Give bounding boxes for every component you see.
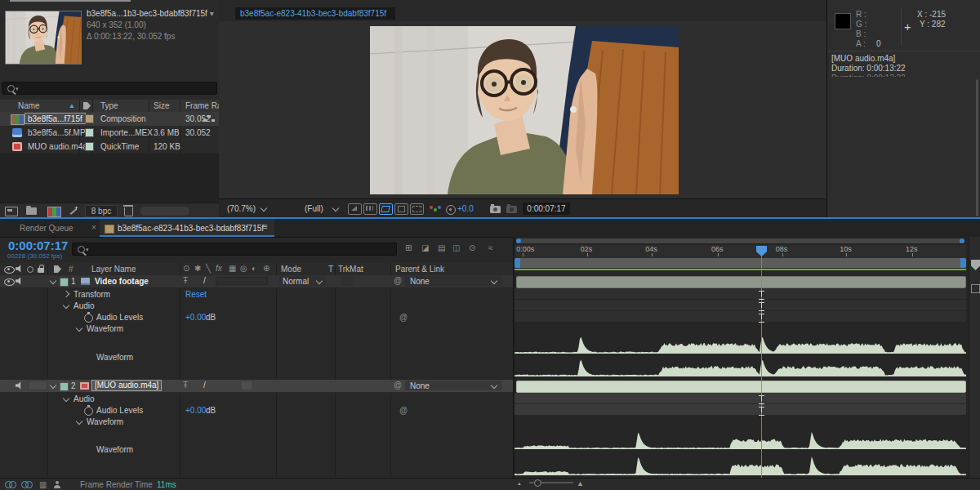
column-trkmat[interactable]: TrkMat xyxy=(338,265,363,274)
layer2-duration-bar[interactable] xyxy=(516,381,966,393)
column-t[interactable]: T xyxy=(328,265,333,274)
audio-levels-label[interactable]: Audio Levels xyxy=(96,313,143,322)
footage-thumbnail[interactable] xyxy=(5,11,82,65)
audio-group-label[interactable]: Audio xyxy=(74,394,95,403)
graph-editor-icon[interactable]: ≈ xyxy=(488,243,493,252)
frame-blending-icon[interactable]: ◫ xyxy=(452,243,460,252)
region-of-interest-button[interactable] xyxy=(379,203,393,215)
comp-button-icon[interactable] xyxy=(971,284,980,293)
expander-transform-icon[interactable] xyxy=(63,291,69,297)
guides-button[interactable] xyxy=(410,203,424,215)
av-features-icon[interactable]: Ŧ xyxy=(183,381,188,390)
zoom-in-mountain-icon[interactable]: ▲ xyxy=(577,479,584,488)
table-row-audio[interactable]: MUO audio.m4a QuickTime 120 KB xyxy=(0,140,219,154)
tab-render-queue[interactable]: Render Queue xyxy=(20,224,74,233)
project-search-input[interactable]: ▾ xyxy=(2,82,217,95)
stopwatch-icon[interactable] xyxy=(84,314,93,323)
layer1-duration-bar[interactable] xyxy=(516,276,966,288)
layer-row-1[interactable]: 1 Video footage Ŧ / Normal @ None xyxy=(0,275,513,288)
viewer-timecode[interactable]: 0:00:07:17 xyxy=(523,203,570,215)
trash-icon[interactable] xyxy=(124,207,133,216)
layer-name[interactable]: Video footage xyxy=(95,277,149,286)
column-type[interactable]: Type xyxy=(100,101,118,110)
column-number[interactable]: # xyxy=(69,265,74,274)
work-area-end-handle[interactable] xyxy=(960,258,966,268)
layer-row-2[interactable]: 2 [MUO audio.m4a] Ŧ / @ None xyxy=(0,380,513,393)
collapse-switch-icon[interactable]: ✱ xyxy=(194,264,201,273)
column-name[interactable]: Name xyxy=(18,101,40,110)
viewer-canvas[interactable] xyxy=(219,21,826,198)
timeline-zoom-handle[interactable] xyxy=(534,479,541,487)
layer-color-chip[interactable] xyxy=(60,382,69,391)
speaker-icon[interactable] xyxy=(16,277,24,285)
new-composition-icon[interactable] xyxy=(47,207,61,217)
motion-blur-icon[interactable]: ⊙ xyxy=(469,243,475,252)
new-folder-icon[interactable] xyxy=(26,207,37,215)
label-chip[interactable] xyxy=(85,128,94,137)
panel-menu-icon[interactable]: ≡ xyxy=(263,222,268,231)
adjustment-switch-icon[interactable]: ◐ xyxy=(252,264,256,273)
current-timecode[interactable]: 0:00:07:17 xyxy=(8,238,68,252)
column-parent-link[interactable]: Parent & Link xyxy=(395,265,444,274)
pickwhip-icon[interactable]: @ xyxy=(394,381,402,390)
snapshot-icon[interactable] xyxy=(490,206,501,213)
work-area-start-handle[interactable] xyxy=(514,258,520,268)
selected-item-title[interactable]: b3e8f5a...1b3-bec3-bdabf83f715f ▾ xyxy=(87,9,214,18)
item-name-selected[interactable]: b3e8f5a...f715f xyxy=(24,113,86,124)
label-chip[interactable] xyxy=(85,114,94,123)
exposure-value[interactable]: +0.0 xyxy=(457,204,474,213)
audio-group-label[interactable]: Audio xyxy=(74,301,95,310)
project-list-empty-area[interactable] xyxy=(0,154,219,203)
shy-switch-icon[interactable]: ⊙ xyxy=(183,264,189,273)
expand-collapse-icon[interactable] xyxy=(50,382,56,389)
hscrollbar-thumb[interactable] xyxy=(516,238,964,243)
channel-color-icon[interactable] xyxy=(430,206,433,209)
zoom-out-mountain-icon[interactable]: ▲ xyxy=(517,481,522,486)
collaboration-icon[interactable] xyxy=(54,485,60,488)
parent-dropdown[interactable]: None xyxy=(405,381,501,390)
eye-icon[interactable] xyxy=(4,266,15,274)
resolution-dropdown[interactable]: (Full) xyxy=(305,204,323,213)
expander-waveform-icon[interactable] xyxy=(76,325,82,332)
fx-icon[interactable]: fx xyxy=(216,264,222,273)
audio-levels-value[interactable]: +0.00 xyxy=(185,313,206,322)
pickwhip-icon[interactable]: @ xyxy=(394,276,402,285)
expand-collapse-icon[interactable] xyxy=(50,278,56,284)
motion-blur-switch-icon[interactable]: ◎ xyxy=(240,264,247,273)
fit-view-button[interactable] xyxy=(348,203,362,215)
interpret-footage-icon[interactable] xyxy=(5,207,18,216)
speaker-icon[interactable] xyxy=(16,381,24,390)
blend-mode-dropdown[interactable]: Normal xyxy=(279,276,325,286)
chevron-down-icon[interactable] xyxy=(332,205,339,212)
label-chip[interactable] xyxy=(85,142,94,151)
chevron-down-icon[interactable] xyxy=(261,205,267,212)
exposure-icon[interactable] xyxy=(446,205,456,215)
hide-shy-layers-icon[interactable]: ▤ xyxy=(438,243,445,252)
parent-dropdown[interactable]: None xyxy=(405,276,501,286)
expression-pickwhip-icon[interactable]: @ xyxy=(399,406,408,415)
hscrollbar-right-cap[interactable] xyxy=(960,238,964,243)
timeline-search-input[interactable]: ▾ xyxy=(72,243,397,256)
transparency-grid-button[interactable] xyxy=(363,203,377,215)
transform-group-label[interactable]: Transform xyxy=(74,290,110,299)
label-color-icon[interactable] xyxy=(54,265,61,273)
timeline-hscrollbar[interactable] xyxy=(514,238,966,244)
time-ruler[interactable]: 0:00s02s04s06s08s10s12s xyxy=(514,245,966,259)
audio-levels-label[interactable]: Audio Levels xyxy=(96,406,143,415)
threed-switch-icon[interactable]: ⊕ xyxy=(263,264,270,273)
stopwatch-icon[interactable] xyxy=(84,407,93,416)
transform-reset-button[interactable]: Reset xyxy=(185,290,207,299)
table-row-composition[interactable]: b3e8f5a...f715f Composition 30.052 xyxy=(0,112,219,126)
lock-icon[interactable] xyxy=(38,268,44,273)
quality-switch-icon[interactable]: ╲ xyxy=(206,264,211,273)
comp-marker-bin-icon[interactable] xyxy=(971,260,980,270)
sort-asc-icon[interactable]: ▲ xyxy=(69,102,75,109)
switch-cells[interactable] xyxy=(216,277,268,285)
composition-mini-flowchart-icon[interactable]: ⊞ xyxy=(405,243,412,252)
waveform-group-label[interactable]: Waveform xyxy=(87,417,123,426)
mask-visibility-button[interactable] xyxy=(394,203,408,215)
speaker-icon[interactable] xyxy=(16,265,24,273)
column-layer-name[interactable]: Layer Name xyxy=(91,265,136,274)
show-snapshot-icon[interactable] xyxy=(506,206,517,213)
render-engine-icon[interactable] xyxy=(21,481,29,488)
